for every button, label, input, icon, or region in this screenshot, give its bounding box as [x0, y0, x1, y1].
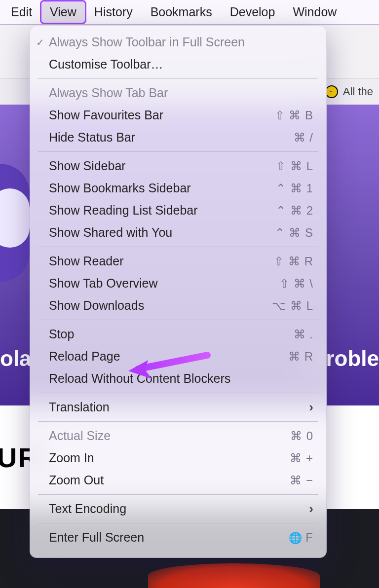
shortcut: ⌃ ⌘ 1	[276, 182, 313, 195]
menu-separator	[38, 494, 318, 495]
chevron-right-icon: ›	[309, 501, 313, 516]
menu-item-label: Zoom Out	[49, 473, 290, 487]
menu-item-label: Reload Without Content Blockers	[49, 371, 313, 386]
menu-item-label: Enter Full Screen	[49, 530, 289, 545]
menu-item-always-show-tab-bar[interactable]: Always Show Tab Bar	[30, 82, 326, 104]
menu-item-label: Always Show Toolbar in Full Screen	[49, 35, 313, 49]
menu-item-show-tab-overview[interactable]: Show Tab Overview ⇧ ⌘ \	[30, 272, 326, 294]
menu-item-label: Stop	[49, 327, 294, 341]
menu-item-translation[interactable]: Translation ›	[30, 396, 326, 418]
shortcut: 🌐F	[289, 531, 313, 545]
shortcut: ⌘ +	[290, 451, 313, 465]
menu-item-label: Customise Toolbar…	[49, 57, 313, 72]
menu-separator	[38, 421, 318, 422]
menu-item-label: Translation	[49, 400, 309, 414]
menu-separator	[38, 151, 318, 152]
menu-separator	[38, 320, 318, 320]
hero-shape-2	[0, 188, 30, 248]
menu-separator	[38, 247, 318, 247]
menu-item-stop[interactable]: Stop ⌘ .	[30, 323, 326, 345]
menubar-item-history[interactable]: History	[85, 1, 142, 23]
menubar-item-edit[interactable]: Edit	[2, 1, 41, 23]
menu-item-enter-full-screen[interactable]: Enter Full Screen 🌐F	[30, 526, 326, 549]
checkmark-icon: ✓	[36, 37, 44, 48]
menu-item-show-reading-list-sidebar[interactable]: Show Reading List Sidebar ⌃ ⌘ 2	[30, 199, 326, 221]
menu-separator	[38, 78, 318, 79]
menu-item-label: Show Downloads	[49, 298, 272, 313]
menu-item-label: Show Sidebar	[49, 159, 276, 173]
menu-item-label: Actual Size	[49, 429, 290, 443]
shortcut: ⌃ ⌘ S	[275, 226, 313, 240]
menu-item-label: Always Show Tab Bar	[49, 86, 313, 100]
menu-item-show-reader[interactable]: Show Reader ⇧ ⌘ R	[30, 250, 326, 272]
menu-item-label: Show Bookmarks Sidebar	[49, 181, 276, 195]
menu-item-customise-toolbar[interactable]: Customise Toolbar…	[30, 53, 326, 75]
menu-item-label: Show Reader	[49, 254, 274, 268]
shortcut: ⇧ ⌘ R	[274, 255, 313, 268]
shortcut: ⌃ ⌘ 2	[276, 204, 313, 218]
menu-separator	[38, 393, 318, 393]
menu-item-label: Text Encoding	[49, 502, 309, 516]
menu-item-label: Show Favourites Bar	[49, 108, 275, 122]
menu-item-label: Zoom In	[49, 451, 290, 465]
menu-item-label: Show Reading List Sidebar	[49, 203, 276, 218]
menu-item-reload-page[interactable]: Reload Page ⌘ R	[30, 345, 326, 368]
menu-item-label: Show Tab Overview	[49, 276, 279, 291]
menu-item-zoom-out[interactable]: Zoom Out ⌘ −	[30, 469, 326, 491]
menu-item-text-encoding[interactable]: Text Encoding ›	[30, 498, 326, 520]
menu-item-label: Show Shared with You	[49, 225, 275, 240]
menu-item-always-show-toolbar[interactable]: ✓ Always Show Toolbar in Full Screen	[30, 31, 326, 53]
shortcut: ⌥ ⌘ L	[272, 299, 313, 313]
menu-separator	[38, 523, 318, 523]
menubar-item-window[interactable]: Window	[284, 1, 345, 23]
dark-blob	[148, 563, 320, 588]
shortcut: ⌘ −	[290, 474, 313, 487]
hero-text-left: ola	[0, 346, 32, 371]
menu-item-label: Reload Page	[49, 349, 288, 364]
menu-item-actual-size[interactable]: Actual Size ⌘ 0	[30, 425, 326, 447]
menu-item-show-downloads[interactable]: Show Downloads ⌥ ⌘ L	[30, 294, 326, 317]
menu-item-hide-status-bar[interactable]: Hide Status Bar ⌘ /	[30, 126, 326, 148]
globe-icon: 🌐	[289, 532, 303, 544]
shortcut: ⇧ ⌘ \	[279, 277, 313, 291]
shortcut: ⌘ R	[288, 350, 313, 364]
shortcut: ⇧ ⌘ L	[276, 159, 313, 173]
view-menu-dropdown: ✓ Always Show Toolbar in Full Screen Cus…	[30, 26, 327, 558]
menu-item-show-bookmarks-sidebar[interactable]: Show Bookmarks Sidebar ⌃ ⌘ 1	[30, 177, 326, 199]
shortcut: ⌘ /	[294, 131, 313, 145]
chevron-right-icon: ›	[309, 400, 313, 415]
menu-item-label: Hide Status Bar	[49, 130, 294, 145]
shortcut: ⌘ .	[294, 328, 313, 341]
system-menubar: Edit View History Bookmarks Develop Wind…	[0, 0, 379, 25]
menu-item-show-favourites-bar[interactable]: Show Favourites Bar ⇧ ⌘ B	[30, 104, 326, 126]
menu-item-zoom-in[interactable]: Zoom In ⌘ +	[30, 447, 326, 469]
bookmark-label[interactable]: All the	[343, 85, 373, 98]
menubar-item-bookmarks[interactable]: Bookmarks	[142, 1, 221, 23]
menubar-item-view[interactable]: View	[41, 1, 85, 23]
menubar-item-develop[interactable]: Develop	[221, 1, 284, 23]
shortcut: ⌘ 0	[290, 429, 313, 443]
menu-item-show-shared-with-you[interactable]: Show Shared with You ⌃ ⌘ S	[30, 221, 326, 244]
menu-item-reload-without-content-blockers[interactable]: Reload Without Content Blockers	[30, 368, 326, 390]
menu-item-show-sidebar[interactable]: Show Sidebar ⇧ ⌘ L	[30, 155, 326, 177]
bookmark-favicon: ~	[325, 85, 338, 98]
shortcut: ⇧ ⌘ B	[275, 109, 313, 122]
